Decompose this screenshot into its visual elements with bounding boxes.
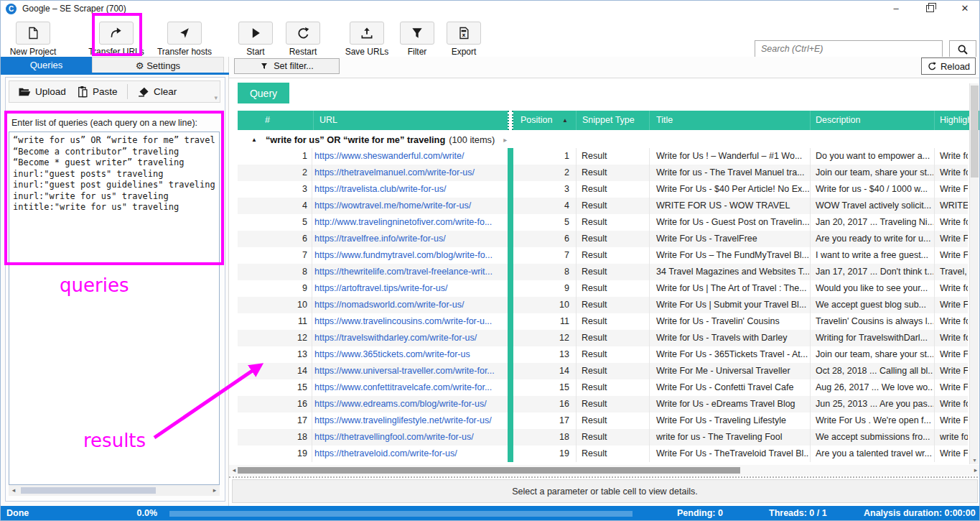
cell-pos[interactable]: 19	[515, 446, 572, 462]
minimize-button[interactable]: –	[885, 1, 907, 17]
cell-desc[interactable]: Join our team, share your st...	[810, 346, 933, 363]
cell-num[interactable]: 14	[238, 363, 312, 379]
cell-url[interactable]: https://travelfree.info/write-for-us/	[314, 231, 507, 247]
cell-pos[interactable]: 2	[515, 165, 572, 181]
cell-pos[interactable]: 14	[515, 363, 572, 379]
cell-desc[interactable]: Would you like to see your...	[810, 280, 933, 297]
cell-num[interactable]: 18	[238, 429, 312, 446]
cell-pos[interactable]: 12	[515, 330, 572, 346]
cell-desc[interactable]: We accept guest blog sub...	[810, 297, 933, 313]
cell-hl[interactable]: Write fo	[934, 313, 968, 330]
cell-url[interactable]: https://travelista.club/write-for-us/	[314, 181, 507, 198]
transfer-hosts-button[interactable]: Transfer hosts	[151, 22, 218, 57]
cell-num[interactable]: 8	[238, 264, 312, 280]
cell-url[interactable]: https://artoftravel.tips/write-for-us/	[314, 280, 507, 297]
cell-type[interactable]: Result	[576, 165, 647, 181]
cell-type[interactable]: Result	[576, 297, 647, 313]
cell-hl[interactable]: Write Fo	[934, 346, 968, 363]
cell-num[interactable]: 6	[238, 231, 312, 247]
table-row[interactable]: 18https://thetravellingfool.com/write-fo…	[238, 429, 968, 446]
collapse-icon[interactable]: ▲	[251, 137, 257, 143]
cell-desc[interactable]: Jun 25, 2013 ... Are you pas...	[810, 396, 933, 412]
column-header-num[interactable]: #	[238, 111, 312, 130]
table-row[interactable]: 11https://www.travelincousins.com/write-…	[238, 313, 968, 330]
cell-url[interactable]: https://www.edreams.com/blog/write-for-u…	[314, 396, 507, 412]
cell-desc[interactable]: WOW Travel actively solicit...	[810, 198, 933, 214]
cell-url[interactable]: https://thetravellingfool.com/write-for-…	[314, 429, 507, 446]
cell-title[interactable]: Write for Us - Travelin' Cousins	[649, 313, 809, 330]
cell-type[interactable]: Result	[576, 346, 647, 363]
cell-pos[interactable]: 1	[515, 148, 572, 165]
cell-type[interactable]: Result	[576, 313, 647, 330]
table-row[interactable]: 19https://thetraveloid.com/write-for-us/…	[238, 446, 968, 462]
search-input[interactable]	[755, 40, 943, 57]
cell-title[interactable]: Write for us - The Travel Manuel tra...	[649, 165, 809, 181]
cell-title[interactable]: Write For Us - 365Tickets Travel - At...	[649, 346, 809, 363]
cell-num[interactable]: 17	[238, 412, 312, 429]
cell-pos[interactable]: 3	[515, 181, 572, 198]
cell-url[interactable]: https://www.travelinglifestyle.net/write…	[314, 412, 507, 429]
cell-num[interactable]: 1	[238, 148, 312, 165]
table-row[interactable]: 16https://www.edreams.com/blog/write-for…	[238, 396, 968, 412]
cell-desc[interactable]: Jan 20, 2017 ... Traveling Ni...	[810, 214, 933, 231]
cell-url[interactable]: https://thetravelmanuel.com/write-for-us…	[314, 165, 507, 181]
column-header-title[interactable]: Title	[649, 111, 809, 130]
cell-num[interactable]: 19	[238, 446, 312, 462]
cell-type[interactable]: Result	[576, 446, 647, 462]
cell-pos[interactable]: 10	[515, 297, 572, 313]
cell-desc[interactable]: Write for us - $40 / 1000 w...	[810, 181, 933, 198]
table-row[interactable]: 15https://www.confettitravelcafe.com/wri…	[238, 379, 968, 396]
cell-type[interactable]: Result	[576, 412, 647, 429]
cell-hl[interactable]: Write fo	[934, 330, 968, 346]
table-row[interactable]: 9https://artoftravel.tips/write-for-us/9…	[238, 280, 968, 297]
scroll-left-icon[interactable]: ◂	[9, 485, 19, 496]
cell-desc[interactable]: Travelin' Cousins is always l...	[810, 313, 933, 330]
table-hscrollbar-thumb[interactable]	[238, 467, 740, 474]
filter-button[interactable]: Filter	[398, 22, 436, 57]
cell-desc[interactable]: Oct 28, 2018 ... Calling all bl...	[810, 363, 933, 379]
tab-queries[interactable]: Queries	[1, 57, 92, 73]
queries-hscrollbar[interactable]: ◂ ▸	[9, 485, 220, 496]
cell-desc[interactable]: We accept submissions fro...	[810, 429, 933, 446]
cell-type[interactable]: Result	[576, 264, 647, 280]
cell-desc[interactable]: Do you want to empower a...	[810, 148, 933, 165]
save-urls-button[interactable]: Save URLs	[342, 22, 392, 57]
cell-desc[interactable]: Join our team, share your st...	[810, 165, 933, 181]
cell-title[interactable]: Write For Us - TravelFree	[649, 231, 809, 247]
cell-hl[interactable]: Travel, t	[934, 264, 968, 280]
cell-type[interactable]: Result	[576, 330, 647, 346]
cell-type[interactable]: Result	[576, 396, 647, 412]
table-row[interactable]: 5http://www.travelingninetofiver.com/wri…	[238, 214, 968, 231]
cell-url[interactable]: https://www.fundmytravel.com/blog/write-…	[314, 247, 507, 264]
query-group-tab[interactable]: Query	[238, 83, 289, 103]
cell-hl[interactable]: Write Fo	[934, 363, 968, 379]
cell-type[interactable]: Result	[576, 363, 647, 379]
cell-num[interactable]: 16	[238, 396, 312, 412]
cell-url[interactable]: https://thewritelife.com/travel-freelanc…	[314, 264, 507, 280]
cell-desc[interactable]: Aug 26, 2017 ... We love wo...	[810, 379, 933, 396]
table-row[interactable]: 14https://www.universal-traveller.com/wr…	[238, 363, 968, 379]
column-header-description[interactable]: Description	[810, 111, 933, 130]
close-button[interactable]: ✕	[954, 1, 976, 17]
cell-title[interactable]: Write For Us - Traveling Lifestyle	[649, 412, 809, 429]
cell-title[interactable]: Write for Us - eDreams Travel Blog	[649, 396, 809, 412]
reload-button[interactable]: Reload	[921, 57, 976, 75]
query-group-row[interactable]: ▲ “write for us” OR “write for me” trave…	[238, 132, 968, 147]
cell-desc[interactable]: Write For Us . We're open f...	[810, 412, 933, 429]
cell-pos[interactable]: 11	[515, 313, 572, 330]
queries-textarea[interactable]: “write for us” OR “write for me” travel …	[9, 132, 220, 485]
column-splitter[interactable]	[508, 111, 513, 130]
table-row[interactable]: 10https://nomadsworld.com/write-for-us/1…	[238, 297, 968, 313]
cell-desc[interactable]: Jan 17, 2017 ... Don't think t...	[810, 264, 933, 280]
cell-num[interactable]: 9	[238, 280, 312, 297]
column-header-snippet-type[interactable]: Snippet Type	[576, 111, 648, 130]
table-hscrollbar[interactable]: ◂ ▸	[229, 465, 980, 476]
cell-hl[interactable]: WRITE F	[934, 198, 968, 214]
tab-settings[interactable]: ⚙ Settings	[92, 57, 224, 73]
cell-url[interactable]: http://www.travelingninetofiver.com/writ…	[314, 214, 507, 231]
cell-title[interactable]: Write For Me - Universal Traveller	[649, 363, 809, 379]
maximize-button[interactable]	[920, 1, 941, 17]
table-vscrollbar-thumb[interactable]	[971, 86, 979, 177]
cell-type[interactable]: Result	[576, 247, 647, 264]
table-row[interactable]: 1https://www.sheswanderful.com/write/1Re…	[238, 148, 968, 165]
